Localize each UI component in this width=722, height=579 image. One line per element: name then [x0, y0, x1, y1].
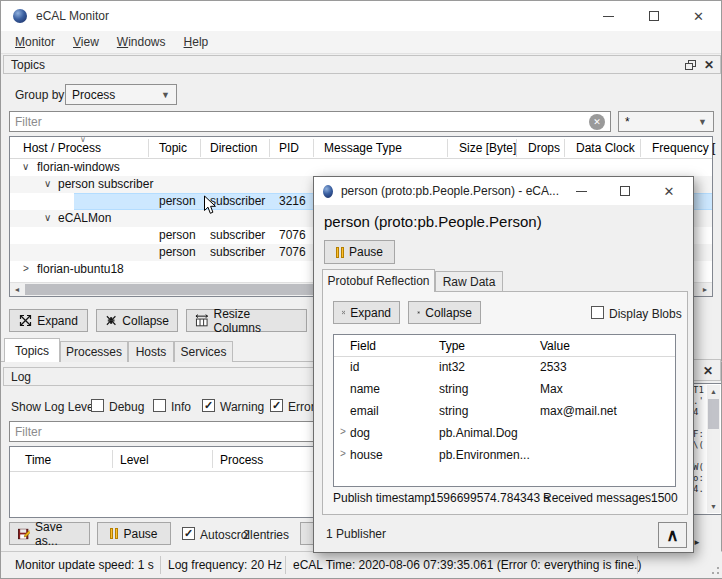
vertical-scrollbar[interactable]: ▲ ▼: [707, 385, 720, 513]
chevron-right-icon[interactable]: >: [340, 448, 346, 459]
chevron-down-icon: ▼: [698, 117, 707, 127]
clear-filter-icon[interactable]: ✕: [589, 114, 605, 130]
minimize-button[interactable]: [559, 178, 603, 204]
menu-windows[interactable]: Windows: [108, 32, 175, 52]
dialog-pause-button[interactable]: Pause: [324, 240, 395, 264]
chevron-down-icon[interactable]: ∨: [44, 178, 51, 189]
menu-view[interactable]: View: [64, 32, 108, 52]
tab-raw-data-label: Raw Data: [443, 275, 496, 289]
collapse-panel-button[interactable]: ∧: [658, 522, 687, 548]
display-blobs-checkbox[interactable]: [591, 306, 604, 319]
dialog-collapse-button[interactable]: Collapse: [408, 301, 481, 324]
person-topic-dialog: person (proto:pb.People.Person) - eCA...…: [313, 176, 694, 553]
autoscroll-checkbox[interactable]: [182, 527, 195, 540]
field-row[interactable]: name string Max: [334, 378, 675, 400]
menu-monitor[interactable]: Monitor: [6, 32, 64, 52]
col-data-clock[interactable]: Data Clock: [576, 141, 635, 155]
menu-help[interactable]: Help: [175, 32, 218, 52]
col-direction[interactable]: Direction: [210, 141, 257, 155]
maximize-button[interactable]: [603, 178, 647, 204]
scroll-down-icon[interactable]: ▼: [707, 500, 720, 513]
col-host-process[interactable]: Host / Process: [23, 141, 101, 155]
topics-filter-input[interactable]: [9, 111, 611, 132]
dialog-expand-button[interactable]: Expand: [333, 301, 400, 324]
topics-table-header[interactable]: ∨ Host / Process Topic Direction PID Mes…: [10, 137, 712, 159]
save-as-button[interactable]: Save as...: [9, 522, 90, 545]
error-checkbox[interactable]: [270, 399, 283, 412]
maximize-icon: [620, 186, 630, 196]
tab-topics[interactable]: Topics: [4, 338, 60, 362]
chevron-up-icon: ∧: [666, 525, 678, 546]
right-dock-text: T1 .' 4 F: \( W( o: 4.: [693, 385, 704, 495]
tab-processes[interactable]: Processes: [60, 341, 128, 362]
cell-direction: subscriber: [210, 228, 265, 242]
tab-raw-data[interactable]: Raw Data: [435, 271, 503, 292]
tab-services[interactable]: Services: [174, 341, 233, 362]
cell-topic: person: [159, 194, 196, 208]
field-row[interactable]: > dog pb.Animal.Dog: [334, 422, 675, 444]
group-by-select[interactable]: Process ▼: [65, 84, 177, 105]
tab-protobuf-label: Protobuf Reflection: [327, 274, 429, 288]
col-field[interactable]: Field: [350, 339, 376, 353]
chevron-down-icon[interactable]: ∨: [44, 212, 51, 223]
log-pause-label: Pause: [123, 527, 157, 541]
col-frequency[interactable]: Frequency [: [652, 141, 715, 155]
scroll-right-icon[interactable]: ►: [693, 538, 701, 547]
field-row[interactable]: > house pb.Environmen...: [334, 444, 675, 466]
cell-topic: person: [159, 228, 196, 242]
filter-mode-select[interactable]: * ▼: [618, 111, 714, 132]
ecal-monitor-window: eCAL Monitor ✕ Monitor View Windows Help…: [0, 0, 722, 579]
chevron-right-icon[interactable]: >: [340, 426, 346, 437]
scroll-right-icon[interactable]: ►: [698, 283, 712, 296]
close-button[interactable]: ✕: [676, 2, 721, 30]
minimize-button[interactable]: [586, 2, 631, 30]
col-process[interactable]: Process: [220, 453, 263, 467]
col-level[interactable]: Level: [120, 453, 149, 467]
info-checkbox[interactable]: [153, 399, 166, 412]
tab-protobuf-reflection[interactable]: Protobuf Reflection: [322, 269, 435, 292]
col-pid[interactable]: PID: [279, 141, 299, 155]
log-pause-button[interactable]: Pause: [97, 522, 171, 545]
collapse-button[interactable]: Collapse: [96, 309, 178, 332]
expand-button[interactable]: Expand: [9, 309, 88, 332]
app-icon: [13, 9, 27, 23]
chevron-down-icon[interactable]: ∨: [22, 161, 29, 172]
publish-timestamp-label: Publish timestamp:: [333, 491, 434, 505]
cell-type: pb.Environmen...: [439, 448, 530, 462]
debug-checkbox[interactable]: [91, 399, 104, 412]
col-size[interactable]: Size [Byte]: [459, 141, 516, 155]
close-dock-icon[interactable]: ✕: [704, 59, 714, 71]
col-drops[interactable]: Drops: [528, 141, 560, 155]
field-row[interactable]: email string max@mail.net: [334, 400, 675, 422]
warning-checkbox[interactable]: [202, 399, 215, 412]
tree-row-host[interactable]: ∨ florian-windows: [10, 159, 712, 176]
col-topic[interactable]: Topic: [159, 141, 187, 155]
cell-pid: 7076: [279, 245, 306, 259]
title-bar: eCAL Monitor ✕: [1, 1, 721, 31]
close-dock-icon[interactable]: ✕: [703, 365, 713, 377]
resize-columns-button[interactable]: Resize Columns: [186, 309, 307, 332]
scrollbar-thumb[interactable]: [708, 399, 719, 429]
maximize-button[interactable]: [631, 2, 676, 30]
resize-grip[interactable]: [710, 565, 720, 575]
status-bar: Monitor update speed: 1 s Log frequency:…: [1, 551, 722, 578]
scroll-left-icon[interactable]: ◄: [10, 283, 24, 296]
cell-value: Max: [540, 382, 563, 396]
col-message-type[interactable]: Message Type: [324, 141, 402, 155]
col-type[interactable]: Type: [439, 339, 465, 353]
collapse-icon: [105, 314, 117, 327]
cell-value: max@mail.net: [540, 404, 617, 418]
float-dock-icon[interactable]: [685, 60, 696, 70]
tab-hosts-label: Hosts: [136, 345, 167, 359]
cell-field: dog: [350, 426, 370, 440]
chevron-right-icon[interactable]: >: [23, 263, 29, 274]
save-icon: [18, 527, 30, 541]
tab-hosts[interactable]: Hosts: [128, 341, 174, 362]
col-value[interactable]: Value: [540, 339, 570, 353]
scroll-up-icon[interactable]: ▲: [707, 385, 720, 398]
col-time[interactable]: Time: [25, 453, 51, 467]
cell-type: string: [439, 404, 468, 418]
group-by-value: Process: [72, 88, 115, 102]
close-button[interactable]: ✕: [647, 178, 691, 204]
field-row[interactable]: id int32 2533: [334, 356, 675, 378]
